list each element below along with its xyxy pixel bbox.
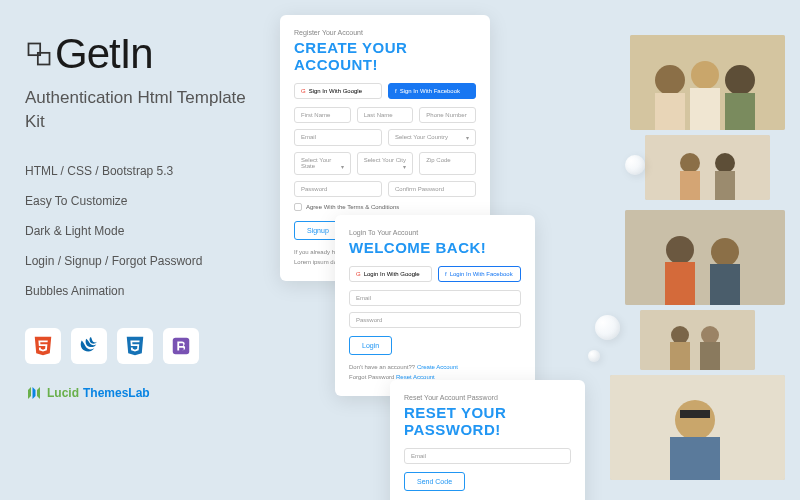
bubble-decoration: [625, 155, 645, 175]
state-select[interactable]: Select Your State: [294, 152, 351, 175]
svg-point-4: [655, 65, 685, 95]
svg-point-26: [675, 400, 715, 440]
confirm-password-field[interactable]: Confirm Password: [388, 181, 476, 197]
svg-rect-7: [655, 93, 685, 130]
send-code-button[interactable]: Send Code: [404, 472, 465, 491]
footer-brand: Lucid ThemesLab: [25, 384, 265, 402]
login-button[interactable]: Login: [349, 336, 392, 355]
email-field[interactable]: Email: [294, 129, 382, 146]
css3-icon: [117, 328, 153, 364]
svg-point-17: [711, 238, 739, 266]
svg-rect-18: [665, 262, 695, 305]
svg-rect-13: [680, 171, 700, 200]
brand-name: GetIn: [55, 30, 153, 78]
reset-card: Reset Your Account Password RESET YOUR P…: [390, 380, 585, 500]
feature-item: Easy To Customize: [25, 194, 265, 208]
svg-point-5: [691, 61, 719, 89]
country-select[interactable]: Select Your Country: [388, 129, 476, 146]
login-password-field[interactable]: Password: [349, 312, 521, 328]
bootstrap-icon: [163, 328, 199, 364]
google-signup-button[interactable]: GSign In With Google: [294, 83, 382, 99]
terms-checkbox[interactable]: Agree With the Terms & Conditions: [294, 203, 476, 211]
logo: GetIn: [25, 30, 265, 78]
password-field[interactable]: Password: [294, 181, 382, 197]
brand-logo-icon: [25, 384, 43, 402]
login-title: WELCOME BACK!: [349, 239, 521, 256]
tech-icons: [25, 328, 265, 364]
last-name-field[interactable]: Last Name: [357, 107, 414, 123]
html5-icon: [25, 328, 61, 364]
login-card: Login To Your Account WELCOME BACK! GLog…: [335, 215, 535, 396]
svg-rect-23: [670, 342, 690, 370]
feature-item: Bubbles Animation: [25, 284, 265, 298]
feature-list: HTML / CSS / Bootstrap 5.3 Easy To Custo…: [25, 164, 265, 298]
svg-rect-24: [700, 342, 720, 370]
hero-photo-2: [645, 135, 770, 200]
bubble-decoration: [595, 315, 620, 340]
google-login-button[interactable]: GLogin In With Google: [349, 266, 432, 282]
first-name-field[interactable]: First Name: [294, 107, 351, 123]
create-account-link[interactable]: Create Account: [417, 364, 458, 370]
svg-point-11: [680, 153, 700, 173]
svg-rect-15: [625, 210, 785, 305]
svg-rect-28: [680, 410, 710, 418]
hero-photo-5: [610, 375, 785, 480]
svg-point-22: [701, 326, 719, 344]
signup-label: Register Your Account: [294, 29, 476, 36]
phone-field[interactable]: Phone Number: [419, 107, 476, 123]
svg-rect-20: [640, 310, 755, 370]
svg-point-21: [671, 326, 689, 344]
logo-icon: [25, 40, 53, 68]
svg-rect-8: [690, 88, 720, 130]
reset-label: Reset Your Account Password: [404, 394, 571, 401]
svg-rect-19: [710, 264, 740, 305]
login-email-field[interactable]: Email: [349, 290, 521, 306]
svg-rect-14: [715, 171, 735, 200]
facebook-signup-button[interactable]: fSign In With Facebook: [388, 83, 476, 99]
svg-point-12: [715, 153, 735, 173]
hero-photo-3: [625, 210, 785, 305]
feature-item: HTML / CSS / Bootstrap 5.3: [25, 164, 265, 178]
signup-title: CREATE YOUR ACCOUNT!: [294, 39, 476, 73]
subtitle: Authentication Html Template Kit: [25, 86, 265, 134]
reset-email-field[interactable]: Email: [404, 448, 571, 464]
feature-item: Dark & Light Mode: [25, 224, 265, 238]
hero-photo-1: [630, 35, 785, 130]
svg-rect-27: [670, 437, 720, 480]
feature-item: Login / Signup / Forgot Password: [25, 254, 265, 268]
facebook-login-button[interactable]: fLogin In With Facebook: [438, 266, 521, 282]
reset-title: RESET YOUR PASSWORD!: [404, 404, 571, 438]
zip-field[interactable]: Zip Code: [419, 152, 476, 175]
svg-rect-9: [725, 93, 755, 130]
bubble-decoration: [588, 350, 600, 362]
hero-photo-4: [640, 310, 755, 370]
reset-link[interactable]: Reset Account: [396, 374, 435, 380]
city-select[interactable]: Select Your City: [357, 152, 414, 175]
svg-point-16: [666, 236, 694, 264]
svg-point-6: [725, 65, 755, 95]
login-label: Login To Your Account: [349, 229, 521, 236]
svg-rect-10: [645, 135, 770, 200]
jquery-icon: [71, 328, 107, 364]
